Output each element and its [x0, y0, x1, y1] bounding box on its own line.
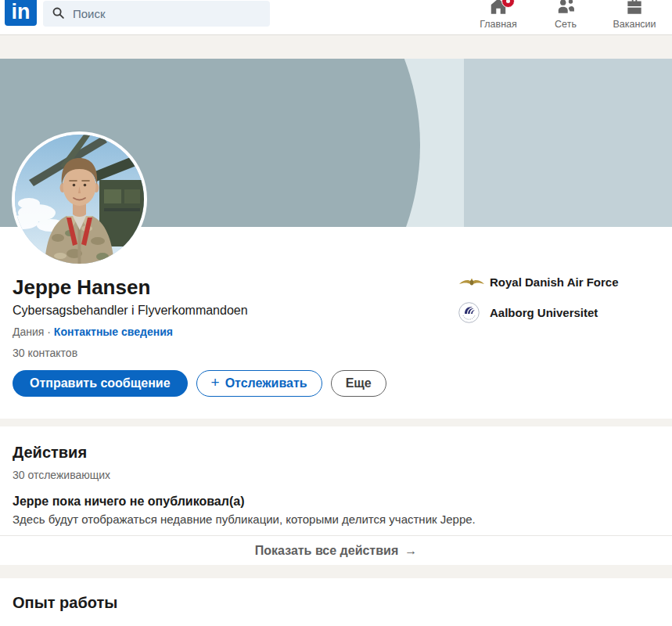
company-name: Royal Danish Air Force [490, 275, 619, 289]
activity-empty-description: Здесь будут отображаться недавние публик… [13, 513, 476, 526]
search-icon [52, 6, 65, 20]
cover-right-band [464, 59, 672, 227]
profile-card: Jeppe Hansen Cybersagsbehandler i Flyver… [0, 227, 672, 419]
contact-info-link[interactable]: Контактные сведения [54, 326, 173, 338]
nav-network-label: Сеть [538, 19, 593, 30]
location-row: Дания · Контактные сведения [13, 326, 173, 338]
briefcase-icon [624, 0, 645, 16]
nav-jobs-label: Вакансии [607, 19, 662, 30]
current-company-row[interactable]: Royal Danish Air Force [458, 275, 619, 289]
profile-headline: Cybersagsbehandler i Flyverkommandoen [13, 304, 248, 318]
profile-actions: Отправить сообщение + Отслеживать Еще [13, 370, 386, 397]
profile-photo-illustration [15, 135, 144, 264]
profile-name: Jeppe Hansen [13, 275, 150, 300]
nav-home-label: Главная [471, 19, 526, 30]
activity-empty-title: Jeppe пока ничего не опубликовал(а) [13, 495, 244, 509]
top-navigation-bar: in Главная Сеть Вакансии [0, 0, 672, 35]
search-input[interactable] [43, 1, 270, 27]
activity-section-title: Действия [13, 444, 87, 462]
plus-icon: + [211, 374, 220, 391]
connections-count[interactable]: 30 контактов [13, 347, 77, 359]
nav-item-jobs[interactable]: Вакансии [607, 0, 662, 35]
nav-item-network[interactable]: Сеть [538, 0, 593, 35]
nav-item-home[interactable]: Главная [471, 0, 526, 35]
experience-card: Опыт работы [0, 578, 672, 626]
more-button[interactable]: Еще [331, 370, 386, 397]
location-text: Дания [13, 326, 44, 338]
education-row[interactable]: Aalborg Universitet [458, 302, 619, 323]
follow-button[interactable]: + Отслеживать [196, 370, 322, 397]
show-all-activity-label: Показать все действия [255, 544, 398, 558]
school-name: Aalborg Universitet [490, 306, 598, 319]
follow-button-label: Отслеживать [225, 376, 307, 390]
activity-card: Действия 30 отслеживающих Jeppe пока нич… [0, 426, 672, 565]
followers-count: 30 отслеживающих [13, 469, 110, 481]
send-message-button[interactable]: Отправить сообщение [13, 370, 188, 397]
air-force-wings-icon [458, 276, 490, 289]
profile-entities: Royal Danish Air Force Aalborg Universit… [458, 275, 619, 323]
show-all-activity-button[interactable]: Показать все действия → [0, 535, 672, 565]
arrow-right-icon: → [404, 544, 417, 558]
aalborg-university-logo-icon [458, 302, 490, 323]
profile-photo[interactable] [12, 131, 147, 267]
experience-section-title: Опыт работы [13, 594, 117, 612]
network-icon [555, 0, 576, 16]
separator: · [47, 326, 51, 338]
linkedin-logo[interactable]: in [5, 0, 37, 26]
